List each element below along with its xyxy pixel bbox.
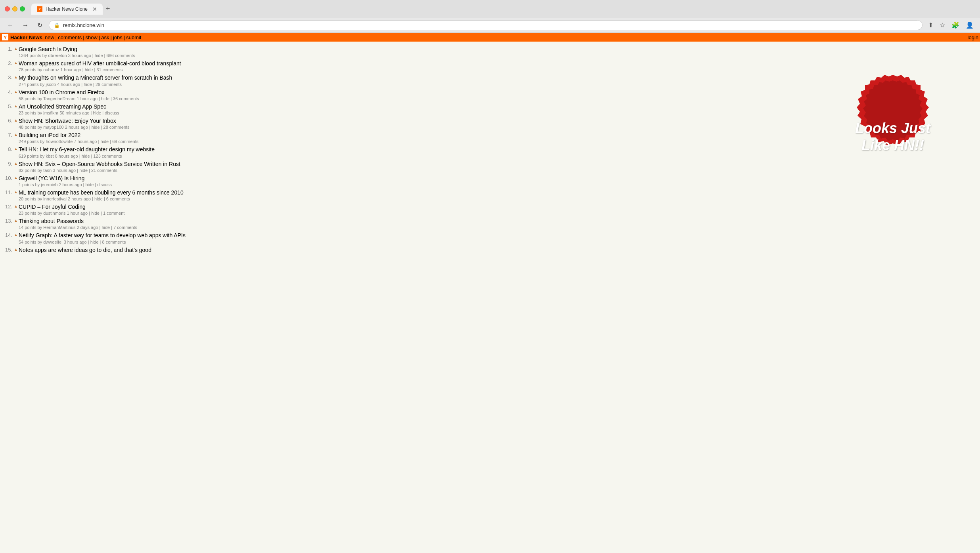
nav-submit[interactable]: submit bbox=[126, 34, 141, 40]
story-title-link[interactable]: CUPID – For Joyful Coding bbox=[19, 203, 980, 210]
upvote-icon[interactable]: ▲ bbox=[14, 132, 18, 137]
new-tab-button[interactable]: + bbox=[103, 3, 113, 15]
upvote-icon[interactable]: ▲ bbox=[14, 189, 18, 194]
profile-button[interactable]: 👤 bbox=[964, 21, 975, 30]
story-title-link[interactable]: Notes apps are where ideas go to die, an… bbox=[19, 246, 980, 254]
extensions-button[interactable]: 🧩 bbox=[950, 21, 961, 30]
nav-ask[interactable]: ask bbox=[101, 34, 109, 40]
story-body: ML training compute has been doubling ev… bbox=[19, 189, 980, 201]
hn-site-name: Hacker News bbox=[10, 34, 42, 40]
tab-favicon: Y bbox=[37, 6, 42, 12]
nav-new[interactable]: new bbox=[45, 34, 54, 40]
upvote-icon[interactable]: ▲ bbox=[14, 175, 18, 180]
story-body: Notes apps are where ideas go to die, an… bbox=[19, 246, 980, 254]
story-item: 14. ▲ Netlify Graph: A faster way for te… bbox=[0, 231, 980, 245]
nav-jobs[interactable]: jobs bbox=[113, 34, 122, 40]
story-body: Thinking about Passwords 14 points by He… bbox=[19, 217, 980, 230]
maximize-button[interactable] bbox=[20, 6, 25, 11]
back-button[interactable]: ← bbox=[5, 21, 16, 30]
story-item: 11. ▲ ML training compute has been doubl… bbox=[0, 188, 980, 202]
story-body: Show HN: Svix – Open-Source Webhooks Ser… bbox=[19, 160, 980, 173]
story-meta: 249 points by hownottowrite 7 hours ago … bbox=[19, 139, 980, 144]
nav-show[interactable]: show bbox=[86, 34, 98, 40]
story-title-link[interactable]: Show HN: Shortwave: Enjoy Your Inbox bbox=[19, 117, 980, 124]
nav-comments[interactable]: comments bbox=[58, 34, 82, 40]
story-meta: 274 points by jscob 4 hours ago | hide |… bbox=[19, 82, 980, 87]
story-body: Building an iPod for 2022 249 points by … bbox=[19, 132, 980, 144]
story-number: 7. bbox=[0, 132, 14, 138]
upvote-icon[interactable]: ▲ bbox=[14, 89, 18, 94]
story-meta: 619 points by kbst 8 hours ago | hide | … bbox=[19, 154, 980, 158]
story-body: Gigwell (YC W16) Is Hiring 1 points by j… bbox=[19, 175, 980, 187]
hn-app: Y Hacker News new | comments | show | as… bbox=[0, 33, 980, 271]
story-title-link[interactable]: Version 100 in Chrome and Firefox bbox=[19, 89, 980, 96]
story-number: 13. bbox=[0, 217, 14, 224]
browser-titlebar: Y Hacker News Clone ✕ + bbox=[0, 0, 980, 18]
close-button[interactable] bbox=[5, 6, 10, 11]
story-meta: 58 points by TangerineDream 1 hour ago |… bbox=[19, 96, 980, 101]
story-item: 8. ▲ Tell HN: I let my 6-year-old daught… bbox=[0, 145, 980, 159]
story-item: 12. ▲ CUPID – For Joyful Coding 23 point… bbox=[0, 202, 980, 216]
story-meta: 1364 points by dbrereton 3 hours ago | h… bbox=[19, 53, 980, 58]
forward-button[interactable]: → bbox=[20, 21, 31, 30]
upvote-icon[interactable]: ▲ bbox=[14, 74, 18, 79]
story-number: 2. bbox=[0, 60, 14, 66]
story-body: Show HN: Shortwave: Enjoy Your Inbox 48 … bbox=[19, 117, 980, 130]
url-display: remix.hnclone.win bbox=[63, 22, 104, 28]
story-item: 7. ▲ Building an iPod for 2022 249 point… bbox=[0, 131, 980, 145]
story-meta: 78 points by nabaraz 1 hour ago | hide |… bbox=[19, 67, 980, 72]
story-number: 10. bbox=[0, 175, 14, 181]
upvote-icon[interactable]: ▲ bbox=[14, 46, 18, 51]
story-title-link[interactable]: ML training compute has been doubling ev… bbox=[19, 189, 980, 196]
story-item: 2. ▲ Woman appears cured of HIV after um… bbox=[0, 59, 980, 73]
tab-close-icon[interactable]: ✕ bbox=[92, 6, 97, 12]
hn-content: 1. ▲ Google Search Is Dying 1364 points … bbox=[0, 42, 980, 258]
upvote-icon[interactable]: ▲ bbox=[14, 160, 18, 166]
story-number: 3. bbox=[0, 74, 14, 80]
share-button[interactable]: ⬆ bbox=[926, 21, 935, 30]
bookmark-button[interactable]: ☆ bbox=[938, 21, 947, 30]
story-title-link[interactable]: An Unsolicited Streaming App Spec bbox=[19, 103, 980, 110]
story-body: Google Search Is Dying 1364 points by db… bbox=[19, 46, 980, 58]
story-meta: 20 points by innerfestival 2 hours ago |… bbox=[19, 196, 980, 201]
story-body: An Unsolicited Streaming App Spec 23 poi… bbox=[19, 103, 980, 115]
story-title-link[interactable]: Google Search Is Dying bbox=[19, 46, 980, 53]
story-body: Tell HN: I let my 6-year-old daughter de… bbox=[19, 146, 980, 158]
story-item: 6. ▲ Show HN: Shortwave: Enjoy Your Inbo… bbox=[0, 116, 980, 130]
hn-header: Y Hacker News new | comments | show | as… bbox=[0, 33, 980, 42]
story-title-link[interactable]: Gigwell (YC W16) Is Hiring bbox=[19, 175, 980, 182]
story-item: 3. ▲ My thoughts on writing a Minecraft … bbox=[0, 73, 980, 87]
hn-logo[interactable]: Y bbox=[2, 34, 9, 41]
upvote-icon[interactable]: ▲ bbox=[14, 232, 18, 237]
story-title-link[interactable]: Building an iPod for 2022 bbox=[19, 132, 980, 139]
upvote-icon[interactable]: ▲ bbox=[14, 217, 18, 223]
address-input[interactable]: 🔒 remix.hnclone.win bbox=[49, 20, 923, 30]
login-link[interactable]: login bbox=[968, 34, 978, 40]
story-title-link[interactable]: Tell HN: I let my 6-year-old daughter de… bbox=[19, 146, 980, 153]
active-tab[interactable]: Y Hacker News Clone ✕ bbox=[31, 4, 103, 15]
upvote-icon[interactable]: ▲ bbox=[14, 117, 18, 122]
upvote-icon[interactable]: ▲ bbox=[14, 203, 18, 208]
story-number: 4. bbox=[0, 89, 14, 95]
story-item: 10. ▲ Gigwell (YC W16) Is Hiring 1 point… bbox=[0, 174, 980, 188]
story-title-link[interactable]: Show HN: Svix – Open-Source Webhooks Ser… bbox=[19, 160, 980, 168]
browser-actions: ⬆ ☆ 🧩 👤 bbox=[926, 21, 975, 30]
story-item: 1. ▲ Google Search Is Dying 1364 points … bbox=[0, 45, 980, 59]
story-title-link[interactable]: Thinking about Passwords bbox=[19, 217, 980, 225]
upvote-icon[interactable]: ▲ bbox=[14, 60, 18, 65]
refresh-button[interactable]: ↻ bbox=[35, 21, 45, 30]
story-meta: 54 points by dwwoelfel 3 hours ago | hid… bbox=[19, 240, 980, 244]
story-meta: 23 points by jmsflknr 50 minutes ago | h… bbox=[19, 111, 980, 115]
minimize-button[interactable] bbox=[12, 6, 17, 11]
story-title-link[interactable]: Netlify Graph: A faster way for teams to… bbox=[19, 232, 980, 239]
story-body: CUPID – For Joyful Coding 23 points by d… bbox=[19, 203, 980, 215]
story-title-link[interactable]: Woman appears cured of HIV after umbilic… bbox=[19, 60, 980, 67]
upvote-icon[interactable]: ▲ bbox=[14, 246, 18, 252]
story-number: 1. bbox=[0, 46, 14, 52]
story-meta: 82 points by tasn 3 hours ago | hide | 2… bbox=[19, 168, 980, 173]
upvote-icon[interactable]: ▲ bbox=[14, 103, 18, 108]
story-title-link[interactable]: My thoughts on writing a Minecraft serve… bbox=[19, 74, 980, 81]
story-number: 9. bbox=[0, 160, 14, 167]
upvote-icon[interactable]: ▲ bbox=[14, 146, 18, 151]
browser-chrome: Y Hacker News Clone ✕ + ← → ↻ 🔒 remix.hn… bbox=[0, 0, 980, 33]
